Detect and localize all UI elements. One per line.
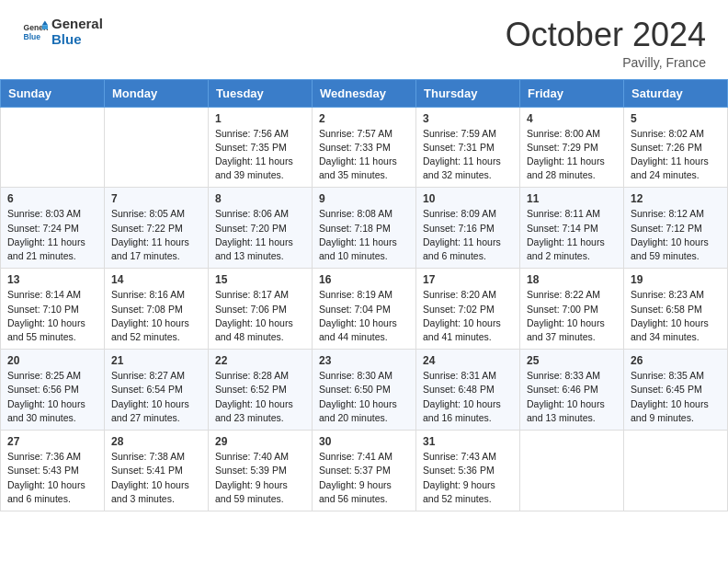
day-info: Sunrise: 7:56 AM Sunset: 7:35 PM Dayligh…: [215, 127, 305, 183]
day-number: 27: [7, 435, 97, 448]
day-info: Sunrise: 8:23 AM Sunset: 6:58 PM Dayligh…: [631, 288, 721, 344]
day-number: 24: [423, 354, 513, 367]
calendar-cell: 31Sunrise: 7:43 AM Sunset: 5:36 PM Dayli…: [416, 431, 520, 511]
day-info: Sunrise: 7:40 AM Sunset: 5:39 PM Dayligh…: [215, 450, 305, 506]
day-number: 29: [215, 435, 305, 448]
day-number: 2: [319, 112, 409, 125]
day-info: Sunrise: 8:33 AM Sunset: 6:46 PM Dayligh…: [527, 369, 617, 425]
day-number: 14: [111, 273, 201, 286]
day-of-week-header: Friday: [520, 79, 624, 107]
calendar-cell: 24Sunrise: 8:31 AM Sunset: 6:48 PM Dayli…: [416, 350, 520, 431]
calendar-cell: 27Sunrise: 7:36 AM Sunset: 5:43 PM Dayli…: [1, 431, 105, 511]
day-info: Sunrise: 8:28 AM Sunset: 6:52 PM Dayligh…: [215, 369, 305, 425]
day-number: 6: [7, 192, 97, 205]
day-info: Sunrise: 7:41 AM Sunset: 5:37 PM Dayligh…: [319, 450, 409, 506]
logo-icon: General Blue: [22, 19, 48, 45]
calendar-cell: 20Sunrise: 8:25 AM Sunset: 6:56 PM Dayli…: [1, 350, 105, 431]
calendar-cell: 16Sunrise: 8:19 AM Sunset: 7:04 PM Dayli…: [313, 269, 416, 350]
logo: General Blue General Blue: [22, 17, 103, 47]
calendar-cell: 2Sunrise: 7:57 AM Sunset: 7:33 PM Daylig…: [313, 107, 416, 188]
day-number: 21: [111, 354, 201, 367]
day-number: 28: [111, 435, 201, 448]
day-number: 10: [423, 192, 513, 205]
day-info: Sunrise: 8:06 AM Sunset: 7:20 PM Dayligh…: [215, 207, 305, 263]
day-info: Sunrise: 8:19 AM Sunset: 7:04 PM Dayligh…: [319, 288, 409, 344]
calendar-cell: 13Sunrise: 8:14 AM Sunset: 7:10 PM Dayli…: [1, 269, 105, 350]
calendar-week-row: 20Sunrise: 8:25 AM Sunset: 6:56 PM Dayli…: [1, 350, 728, 431]
calendar-cell: 25Sunrise: 8:33 AM Sunset: 6:46 PM Dayli…: [520, 350, 624, 431]
day-number: 30: [319, 435, 409, 448]
day-number: 11: [527, 192, 617, 205]
title-block: October 2024 Pavilly, France: [506, 17, 706, 70]
day-info: Sunrise: 8:35 AM Sunset: 6:45 PM Dayligh…: [631, 369, 721, 425]
day-info: Sunrise: 8:12 AM Sunset: 7:12 PM Dayligh…: [631, 207, 721, 263]
calendar: SundayMondayTuesdayWednesdayThursdayFrid…: [0, 79, 728, 511]
day-info: Sunrise: 8:27 AM Sunset: 6:54 PM Dayligh…: [111, 369, 201, 425]
day-info: Sunrise: 8:03 AM Sunset: 7:24 PM Dayligh…: [7, 207, 97, 263]
day-number: 1: [215, 112, 305, 125]
day-of-week-header: Sunday: [1, 79, 105, 107]
calendar-cell: 26Sunrise: 8:35 AM Sunset: 6:45 PM Dayli…: [624, 350, 728, 431]
day-number: 7: [111, 192, 201, 205]
calendar-cell: 7Sunrise: 8:05 AM Sunset: 7:22 PM Daylig…: [105, 188, 209, 269]
day-info: Sunrise: 8:02 AM Sunset: 7:26 PM Dayligh…: [631, 127, 721, 183]
calendar-cell: 14Sunrise: 8:16 AM Sunset: 7:08 PM Dayli…: [105, 269, 209, 350]
day-number: 18: [527, 273, 617, 286]
calendar-cell: [520, 431, 624, 511]
calendar-cell: 4Sunrise: 8:00 AM Sunset: 7:29 PM Daylig…: [520, 107, 624, 188]
day-info: Sunrise: 7:57 AM Sunset: 7:33 PM Dayligh…: [319, 127, 409, 183]
day-number: 8: [215, 192, 305, 205]
day-info: Sunrise: 8:20 AM Sunset: 7:02 PM Dayligh…: [423, 288, 513, 344]
day-info: Sunrise: 7:36 AM Sunset: 5:43 PM Dayligh…: [7, 450, 97, 506]
day-number: 26: [631, 354, 721, 367]
calendar-cell: 30Sunrise: 7:41 AM Sunset: 5:37 PM Dayli…: [313, 431, 416, 511]
calendar-cell: 8Sunrise: 8:06 AM Sunset: 7:20 PM Daylig…: [209, 188, 313, 269]
calendar-cell: 11Sunrise: 8:11 AM Sunset: 7:14 PM Dayli…: [520, 188, 624, 269]
day-number: 4: [527, 112, 617, 125]
calendar-cell: 23Sunrise: 8:30 AM Sunset: 6:50 PM Dayli…: [313, 350, 416, 431]
svg-marker-4: [42, 25, 48, 29]
location: Pavilly, France: [506, 55, 706, 70]
calendar-cell: 1Sunrise: 7:56 AM Sunset: 7:35 PM Daylig…: [209, 107, 313, 188]
calendar-cell: [624, 431, 728, 511]
calendar-header-row: SundayMondayTuesdayWednesdayThursdayFrid…: [1, 79, 728, 107]
calendar-cell: 19Sunrise: 8:23 AM Sunset: 6:58 PM Dayli…: [624, 269, 728, 350]
day-number: 22: [215, 354, 305, 367]
calendar-cell: [105, 107, 209, 188]
calendar-cell: 10Sunrise: 8:09 AM Sunset: 7:16 PM Dayli…: [416, 188, 520, 269]
calendar-week-row: 13Sunrise: 8:14 AM Sunset: 7:10 PM Dayli…: [1, 269, 728, 350]
day-number: 3: [423, 112, 513, 125]
day-info: Sunrise: 8:08 AM Sunset: 7:18 PM Dayligh…: [319, 207, 409, 263]
calendar-cell: 29Sunrise: 7:40 AM Sunset: 5:39 PM Dayli…: [209, 431, 313, 511]
calendar-cell: 6Sunrise: 8:03 AM Sunset: 7:24 PM Daylig…: [1, 188, 105, 269]
day-info: Sunrise: 8:25 AM Sunset: 6:56 PM Dayligh…: [7, 369, 97, 425]
day-info: Sunrise: 8:09 AM Sunset: 7:16 PM Dayligh…: [423, 207, 513, 263]
calendar-cell: 9Sunrise: 8:08 AM Sunset: 7:18 PM Daylig…: [313, 188, 416, 269]
day-info: Sunrise: 7:43 AM Sunset: 5:36 PM Dayligh…: [423, 450, 513, 506]
calendar-week-row: 27Sunrise: 7:36 AM Sunset: 5:43 PM Dayli…: [1, 431, 728, 511]
day-number: 23: [319, 354, 409, 367]
day-of-week-header: Wednesday: [313, 79, 416, 107]
day-info: Sunrise: 8:14 AM Sunset: 7:10 PM Dayligh…: [7, 288, 97, 344]
day-number: 16: [319, 273, 409, 286]
day-number: 17: [423, 273, 513, 286]
month-title: October 2024: [506, 17, 706, 53]
calendar-cell: 3Sunrise: 7:59 AM Sunset: 7:31 PM Daylig…: [416, 107, 520, 188]
calendar-cell: 21Sunrise: 8:27 AM Sunset: 6:54 PM Dayli…: [105, 350, 209, 431]
calendar-cell: [1, 107, 105, 188]
calendar-cell: 15Sunrise: 8:17 AM Sunset: 7:06 PM Dayli…: [209, 269, 313, 350]
day-number: 13: [7, 273, 97, 286]
day-info: Sunrise: 8:22 AM Sunset: 7:00 PM Dayligh…: [527, 288, 617, 344]
calendar-week-row: 1Sunrise: 7:56 AM Sunset: 7:35 PM Daylig…: [1, 107, 728, 188]
calendar-cell: 12Sunrise: 8:12 AM Sunset: 7:12 PM Dayli…: [624, 188, 728, 269]
day-info: Sunrise: 8:17 AM Sunset: 7:06 PM Dayligh…: [215, 288, 305, 344]
day-info: Sunrise: 8:11 AM Sunset: 7:14 PM Dayligh…: [527, 207, 617, 263]
day-number: 19: [631, 273, 721, 286]
day-info: Sunrise: 7:59 AM Sunset: 7:31 PM Dayligh…: [423, 127, 513, 183]
day-of-week-header: Monday: [105, 79, 209, 107]
calendar-cell: 22Sunrise: 8:28 AM Sunset: 6:52 PM Dayli…: [209, 350, 313, 431]
day-number: 20: [7, 354, 97, 367]
header: General Blue General Blue October 2024 P…: [0, 0, 728, 79]
day-number: 12: [631, 192, 721, 205]
day-number: 15: [215, 273, 305, 286]
